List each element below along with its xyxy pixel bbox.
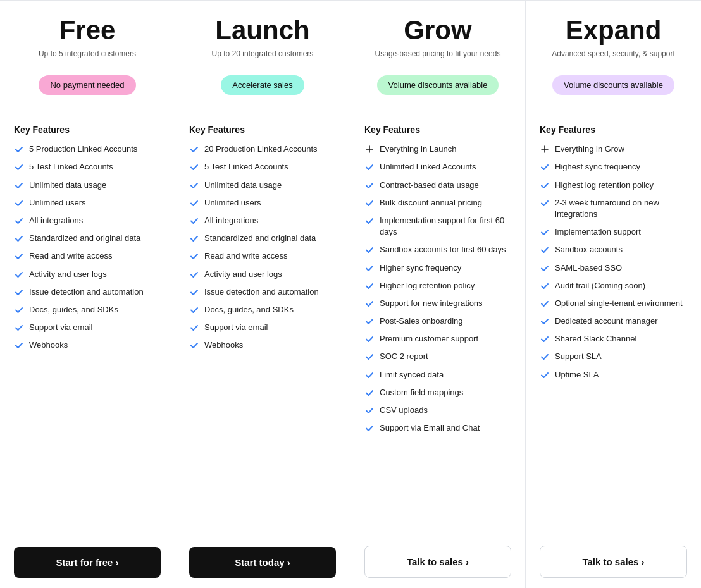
check-icon — [14, 216, 24, 226]
feature-text: Highest log retention policy — [555, 180, 654, 191]
feature-text: Higher log retention policy — [380, 280, 475, 291]
check-icon — [540, 352, 550, 362]
feature-item: Custom field mappings — [364, 387, 511, 398]
check-icon — [14, 269, 24, 279]
check-icon — [364, 316, 375, 326]
feature-text: Standardized and original data — [29, 233, 140, 244]
check-icon — [540, 316, 550, 326]
feature-text: 5 Test Linked Accounts — [29, 161, 113, 173]
plan-header-launch: LaunchUp to 20 integrated customersAccel… — [175, 1, 350, 102]
feature-item: Read and write access — [189, 250, 336, 262]
feature-text: Unlimited users — [204, 197, 261, 209]
plan-footer-expand: Talk to sales › — [526, 536, 701, 588]
feature-text: Limit synced data — [380, 369, 444, 381]
feature-item: Uptime SLA — [540, 369, 687, 381]
features-section-launch: Key Features 20 Production Linked Accoun… — [175, 113, 350, 537]
feature-text: Sandbox accounts — [555, 244, 623, 255]
feature-text: Activity and user logs — [204, 269, 282, 280]
feature-item: Unlimited users — [14, 197, 161, 209]
feature-text: SAML-based SSO — [555, 262, 622, 274]
check-icon — [540, 281, 550, 291]
check-icon — [14, 162, 24, 172]
plan-header-free: FreeUp to 5 integrated customersNo payme… — [0, 1, 175, 102]
feature-item: Unlimited users — [189, 197, 336, 209]
plan-footer-grow: Talk to sales › — [350, 536, 525, 588]
feature-item: Docs, guides, and SDKs — [14, 304, 161, 315]
feature-item: Standardized and original data — [14, 233, 161, 244]
feature-item: Optional single-tenant environment — [540, 298, 687, 309]
check-icon — [364, 334, 375, 344]
feature-item: Webhooks — [189, 340, 336, 351]
feature-text: Unlimited users — [29, 197, 86, 209]
feature-text: Webhooks — [29, 340, 68, 351]
feature-item: Unlimited Linked Accounts — [364, 161, 511, 173]
feature-text: Highest sync frequency — [555, 161, 640, 173]
feature-item: Standardized and original data — [189, 233, 336, 244]
feature-item: Everything in Launch — [364, 144, 511, 155]
feature-item: Premium customer support — [364, 333, 511, 345]
feature-item: Implementation support for first 60 days — [364, 215, 511, 238]
check-icon — [540, 298, 550, 309]
feature-item: 20 Production Linked Accounts — [189, 144, 336, 155]
cta-button-free[interactable]: Start for free › — [14, 547, 161, 578]
check-icon — [364, 281, 375, 291]
check-icon — [364, 388, 375, 398]
feature-item: All integrations — [14, 215, 161, 226]
plan-badge-free[interactable]: No payment needed — [39, 75, 135, 95]
feature-item: Higher log retention policy — [364, 280, 511, 291]
plan-footer-free: Start for free › — [0, 537, 175, 588]
pricing-grid: FreeUp to 5 integrated customersNo payme… — [0, 0, 701, 588]
key-features-title-launch: Key Features — [189, 125, 336, 135]
feature-text: Unlimited Linked Accounts — [380, 161, 476, 173]
feature-item: Everything in Grow — [540, 144, 687, 155]
feature-item: Audit trail (Coming soon) — [540, 280, 687, 291]
plan-subtitle-expand: Advanced speed, security, & support — [540, 49, 687, 68]
feature-text: Issue detection and automation — [204, 286, 319, 298]
feature-item: Shared Slack Channel — [540, 333, 687, 345]
feature-item: Implementation support — [540, 226, 687, 238]
feature-item: 2-3 week turnaround on new integrations — [540, 197, 687, 220]
check-icon — [189, 144, 199, 154]
plan-badge-grow[interactable]: Volume discounts available — [377, 75, 499, 95]
feature-text: Optional single-tenant environment — [555, 298, 683, 309]
feature-item: Read and write access — [14, 250, 161, 262]
feature-text: Higher sync frequency — [380, 262, 461, 274]
feature-text: Bulk discount annual pricing — [380, 197, 482, 209]
key-features-title-free: Key Features — [14, 125, 161, 135]
feature-item: 5 Production Linked Accounts — [14, 144, 161, 155]
feature-text: Implementation support for first 60 days — [380, 215, 511, 238]
feature-item: Unlimited data usage — [189, 180, 336, 191]
feature-item: Activity and user logs — [189, 269, 336, 280]
feature-text: Custom field mappings — [380, 387, 463, 398]
cta-button-grow[interactable]: Talk to sales › — [364, 546, 511, 578]
feature-item: Higher sync frequency — [364, 262, 511, 274]
feature-text: Unlimited data usage — [29, 180, 106, 191]
plan-footer-launch: Start today › — [175, 537, 350, 588]
features-section-free: Key Features 5 Production Linked Account… — [0, 113, 175, 537]
cta-button-launch[interactable]: Start today › — [189, 547, 336, 578]
feature-text: Docs, guides, and SDKs — [204, 304, 294, 315]
check-icon — [540, 263, 550, 273]
plan-badge-expand[interactable]: Volume discounts available — [552, 75, 674, 95]
feature-text: Contract-based data usage — [380, 180, 479, 191]
check-icon — [364, 263, 375, 273]
feature-item: All integrations — [189, 215, 336, 226]
feature-text: 5 Test Linked Accounts — [204, 161, 288, 173]
check-icon — [364, 162, 375, 172]
check-icon — [364, 245, 375, 255]
plus-icon — [540, 144, 550, 154]
feature-text: Activity and user logs — [29, 269, 107, 280]
plan-badge-launch[interactable]: Accelerate sales — [221, 75, 304, 95]
feature-item: Issue detection and automation — [14, 286, 161, 298]
feature-item: Issue detection and automation — [189, 286, 336, 298]
cta-button-expand[interactable]: Talk to sales › — [540, 546, 687, 578]
feature-item: Docs, guides, and SDKs — [189, 304, 336, 315]
check-icon — [14, 322, 24, 333]
feature-text: Docs, guides, and SDKs — [29, 304, 118, 315]
features-section-grow: Key Features Everything in Launch Unlimi… — [350, 113, 525, 536]
feature-item: Sandbox accounts for first 60 days — [364, 244, 511, 255]
feature-text: Support via Email and Chat — [380, 422, 480, 434]
feature-text: Standardized and original data — [204, 233, 316, 244]
feature-text: All integrations — [29, 215, 83, 226]
plan-subtitle-grow: Usage-based pricing to fit your needs — [364, 49, 511, 68]
